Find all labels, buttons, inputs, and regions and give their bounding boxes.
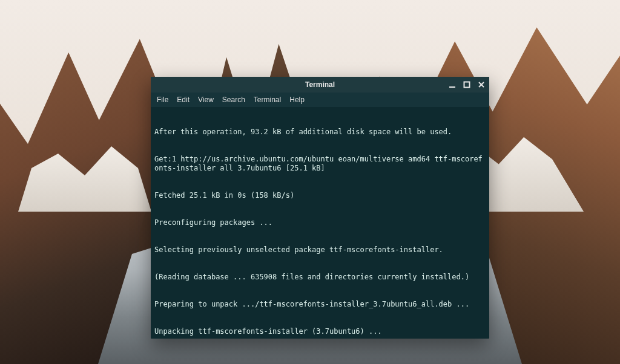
terminal-line: Unpacking ttf-mscorefonts-installer (3.7… <box>154 327 486 336</box>
menu-help[interactable]: Help <box>289 96 305 104</box>
terminal-line: Selecting previously unselected package … <box>154 245 486 255</box>
terminal-line: (Reading database ... 635908 files and d… <box>154 273 486 282</box>
minimize-icon <box>449 81 456 88</box>
menu-view[interactable]: View <box>198 96 214 104</box>
close-icon <box>478 81 485 88</box>
menu-terminal[interactable]: Terminal <box>254 96 281 104</box>
menu-search[interactable]: Search <box>222 96 245 104</box>
menu-edit[interactable]: Edit <box>177 96 190 104</box>
close-button[interactable] <box>477 80 486 89</box>
window-titlebar[interactable]: Terminal <box>151 77 489 93</box>
terminal-window[interactable]: Terminal File Edit View Search Terminal … <box>151 77 489 339</box>
minimize-button[interactable] <box>448 80 457 89</box>
window-controls <box>448 77 486 93</box>
terminal-line: Fetched 25.1 kB in 0s (158 kB/s) <box>154 191 486 200</box>
terminal-line: Preconfiguring packages ... <box>154 218 486 227</box>
terminal-line: Get:1 http://us.archive.ubuntu.com/ubunt… <box>154 155 486 173</box>
maximize-icon <box>463 81 470 88</box>
menu-file[interactable]: File <box>157 96 168 104</box>
menubar: File Edit View Search Terminal Help <box>151 93 489 107</box>
terminal-line: After this operation, 93.2 kB of additio… <box>154 128 486 137</box>
window-title: Terminal <box>151 80 489 89</box>
svg-rect-1 <box>464 82 470 88</box>
maximize-button[interactable] <box>463 80 471 89</box>
desktop-wallpaper: Terminal File Edit View Search Terminal … <box>0 0 620 364</box>
terminal-line: Preparing to unpack .../ttf-mscorefonts-… <box>154 300 486 309</box>
terminal-body[interactable]: After this operation, 93.2 kB of additio… <box>151 107 489 339</box>
